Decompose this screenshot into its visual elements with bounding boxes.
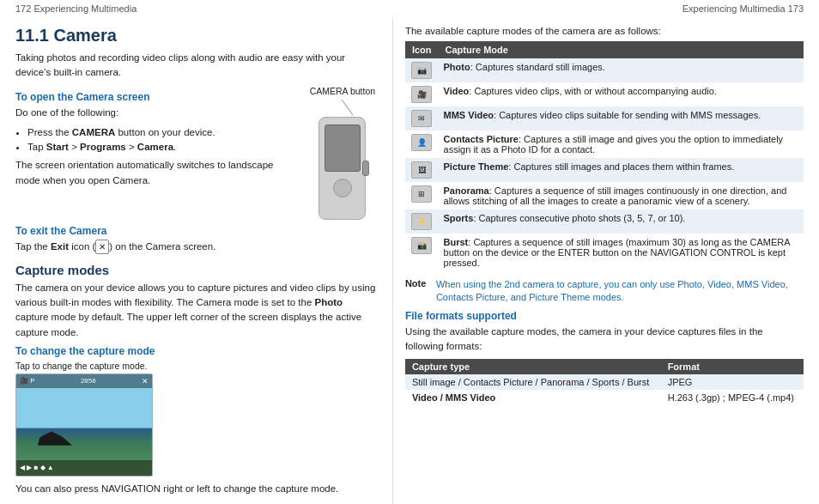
right-column: The available capture modes of the camer… xyxy=(393,17,819,504)
mode-description: Photo: Captures standard still images. xyxy=(439,58,804,82)
capture-mode-icon: ✉ xyxy=(411,110,432,127)
toolbar-mode: 🎥 P xyxy=(20,377,35,385)
capture-bottom-bar: ◀ ▶ ■ ◆ ▲ xyxy=(16,460,152,476)
capture-toolbar: 🎥 P 2858 ✕ xyxy=(16,374,152,388)
capture-modes-table: Icon Capture Mode 📷Photo: Captures stand… xyxy=(405,41,804,271)
table-row: 👤Contacts Picture: Captures a still imag… xyxy=(405,131,804,158)
mode-description: Video: Captures video clips, with or wit… xyxy=(439,82,804,106)
capture-screenshot: 🎥 P 2858 ✕ ◀ ▶ ■ ◆ ▲ xyxy=(15,373,153,477)
camera-nav-button xyxy=(333,179,352,197)
formats-table-body: Still image / Contacts Picture / Panoram… xyxy=(405,374,804,405)
capture-mode-icon: 📸 xyxy=(411,237,432,254)
camera-side-button xyxy=(362,161,369,176)
bullet-1: Press the CAMERA button on your device. xyxy=(27,125,300,140)
right-intro: The available capture modes of the camer… xyxy=(405,26,804,36)
table-row: ⚡Sports: Captures consecutive photo shot… xyxy=(405,209,804,234)
capture-mode-icon: ⊞ xyxy=(411,185,432,203)
format-value: JPEG xyxy=(661,374,804,390)
mode-description: MMS Video: Captures video clips suitable… xyxy=(439,106,804,131)
icon-cell: 📷 xyxy=(405,58,439,82)
svg-line-0 xyxy=(342,100,353,115)
format-table: Capture type Format Still image / Contac… xyxy=(405,359,804,405)
camera-screen xyxy=(325,124,361,172)
format-table-header: Capture type Format xyxy=(405,359,804,374)
capture-modes-body: The camera on your device allows you to … xyxy=(15,281,377,340)
icon-cell: 📸 xyxy=(405,234,439,271)
capture-image-container: Tap to change the capture mode. 🎥 P 2858… xyxy=(15,361,377,477)
bullet-2: Tap Start > Programs > Camera. xyxy=(27,140,300,155)
navigation-note: You can also press NAVIGATION right or l… xyxy=(15,482,377,496)
mode-description: Sports: Captures consecutive photo shots… xyxy=(439,209,804,234)
capture-mode-icon: 🎥 xyxy=(411,86,432,103)
col-capture-type: Capture type xyxy=(405,359,661,374)
col-mode: Capture Mode xyxy=(439,41,804,58)
change-capture-heading: To change the capture mode xyxy=(15,345,377,357)
icon-cell: 🎥 xyxy=(405,82,439,106)
section-title: 11.1 Camera xyxy=(15,26,377,46)
table-row: ✉MMS Video: Captures video clips suitabl… xyxy=(405,106,804,131)
capture-mode-icon: 📷 xyxy=(411,62,432,79)
icon-cell: 🖼 xyxy=(405,158,439,182)
connector-arrow xyxy=(318,100,366,117)
table-row: 📷Photo: Captures standard still images. xyxy=(405,58,804,82)
icon-cell: ⊞ xyxy=(405,182,439,209)
table-row: 🎥Video: Captures video clips, with or wi… xyxy=(405,82,804,106)
table-row: 📸Burst: Captures a sequence of still ima… xyxy=(405,234,804,271)
table-row: ⊞Panorama: Captures a sequence of still … xyxy=(405,182,804,209)
camera-button-label: CAMERA button xyxy=(310,86,375,96)
capture-mode-icon: ⚡ xyxy=(411,213,432,230)
note-text: When using the 2nd camera to capture, yo… xyxy=(436,278,804,305)
icon-cell: 👤 xyxy=(405,131,439,158)
mode-description: Contacts Picture: Captures a still image… xyxy=(439,131,804,158)
open-camera-intro: Do one of the following: xyxy=(15,106,300,120)
mode-description: Picture Theme: Captures still images and… xyxy=(439,158,804,182)
camera-button-diagram: CAMERA button xyxy=(308,86,377,220)
note-label: Note xyxy=(405,278,431,305)
col-format: Format xyxy=(661,359,804,374)
camera-text-block: To open the Camera screen Do one of the … xyxy=(15,86,300,193)
orientation-note: The screen orientation automatically swi… xyxy=(15,158,300,188)
page-header: 172 Experiencing Multimedia Experiencing… xyxy=(0,0,819,17)
icon-cell: ⚡ xyxy=(405,209,439,234)
capture-modes-title: Capture modes xyxy=(15,263,377,277)
open-camera-bullets: Press the CAMERA button on your device. … xyxy=(27,125,300,155)
page-number-left: 172 Experiencing Multimedia xyxy=(15,3,136,14)
page-content: 11.1 Camera Taking photos and recording … xyxy=(0,17,819,504)
note-row: Note When using the 2nd camera to captur… xyxy=(405,278,804,305)
left-column: 11.1 Camera Taking photos and recording … xyxy=(0,17,393,504)
exit-camera-text: Tap the Exit icon (✕) on the Camera scre… xyxy=(15,240,377,254)
capture-image-label: Tap to change the capture mode. xyxy=(15,361,148,371)
mode-description: Burst: Captures a sequence of still imag… xyxy=(439,234,804,271)
intro-text: Taking photos and recording video clips … xyxy=(15,51,377,81)
exit-camera-heading: To exit the Camera xyxy=(15,225,377,237)
format-type: Video / MMS Video xyxy=(405,390,661,405)
camera-device xyxy=(318,117,366,220)
toolbar-count: 2858 xyxy=(81,377,96,385)
modes-table-body: 📷Photo: Captures standard still images.🎥… xyxy=(405,58,804,271)
page-number-right: Experiencing Multimedia 173 xyxy=(682,3,804,14)
table-header: Icon Capture Mode xyxy=(405,41,804,58)
format-value: H.263 (.3gp) ; MPEG-4 (.mp4) xyxy=(661,390,804,405)
table-row: 🖼Picture Theme: Captures still images an… xyxy=(405,158,804,182)
toolbar-close: ✕ xyxy=(142,377,149,386)
icon-cell: ✉ xyxy=(405,106,439,131)
mode-description: Panorama: Captures a sequence of still i… xyxy=(439,182,804,209)
bottom-bar-icons: ◀ ▶ ■ ◆ ▲ xyxy=(20,464,54,471)
file-formats-intro: Using the available capture modes, the c… xyxy=(405,325,804,355)
capture-mode-icon: 🖼 xyxy=(411,161,432,179)
camera-diagram: To open the Camera screen Do one of the … xyxy=(15,86,377,220)
open-camera-heading: To open the Camera screen xyxy=(15,91,300,103)
format-type: Still image / Contacts Picture / Panoram… xyxy=(405,374,661,390)
format-row: Still image / Contacts Picture / Panoram… xyxy=(405,374,804,390)
col-icon: Icon xyxy=(405,41,439,58)
capture-mode-icon: 👤 xyxy=(411,134,432,151)
exit-icon: ✕ xyxy=(95,240,109,254)
format-row: Video / MMS VideoH.263 (.3gp) ; MPEG-4 (… xyxy=(405,390,804,405)
file-formats-heading: File formats supported xyxy=(405,310,804,322)
